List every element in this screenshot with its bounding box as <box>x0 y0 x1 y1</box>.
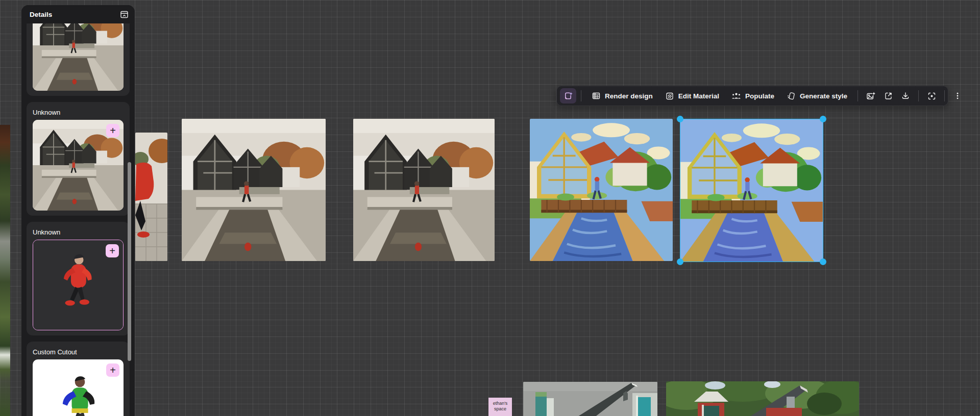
generate-style-button[interactable]: Generate style <box>781 88 853 103</box>
selection-handle-top-left[interactable] <box>677 116 683 122</box>
toolbar-divider <box>918 90 919 101</box>
generate-style-icon <box>787 91 796 100</box>
generate-style-label: Generate style <box>800 92 847 100</box>
populate-button[interactable]: Populate <box>726 88 780 103</box>
more-button[interactable] <box>949 88 966 103</box>
asset-card-label: Custom Cutout <box>33 348 124 356</box>
panel-scrollbar[interactable] <box>128 162 131 361</box>
asset-card[interactable]: Unknown + <box>27 102 130 216</box>
toolbar-divider <box>857 90 858 101</box>
edit-material-label: Edit Material <box>678 92 719 100</box>
populate-people-icon <box>731 91 741 100</box>
add-to-canvas-button[interactable]: + <box>106 124 119 137</box>
sticky-note[interactable]: ethan's space <box>488 398 512 416</box>
more-icon <box>953 91 962 100</box>
runner-cutout-thumbnail[interactable]: + <box>33 240 124 330</box>
red-house-photo-partial[interactable] <box>666 381 859 416</box>
render-design-label: Render design <box>605 92 653 100</box>
custom-runner-cutout-thumbnail[interactable]: + <box>33 359 124 416</box>
house-canal-photo[interactable] <box>182 119 326 261</box>
download-button[interactable] <box>897 88 914 103</box>
populate-label: Populate <box>745 92 774 100</box>
image-enhance-icon <box>866 91 876 101</box>
house-canal-painting-selected[interactable] <box>680 119 823 262</box>
frame-sparkle-icon <box>563 91 573 101</box>
image-expand-icon <box>884 91 893 101</box>
image-enhance-button[interactable] <box>863 88 879 103</box>
details-panel-scroll-area[interactable]: + Unknown + Unknown + <box>21 23 135 416</box>
asset-card[interactable]: Custom Cutout + <box>27 342 130 416</box>
add-to-canvas-button[interactable]: + <box>106 363 119 377</box>
asset-card-label: Unknown <box>33 108 124 117</box>
house-canal-photo-variant[interactable] <box>353 119 495 261</box>
asset-card-label: Unknown <box>33 228 124 237</box>
frame-style-tool-button[interactable] <box>560 88 576 103</box>
selection-handle-bottom-right[interactable] <box>820 258 826 265</box>
gray-house-render-partial[interactable] <box>523 382 657 416</box>
canvas-toolbar: Render design Edit Material <box>556 86 948 106</box>
cropped-canvas-photo-left[interactable] <box>0 125 10 416</box>
focus-button[interactable] <box>923 88 940 103</box>
collapse-panel-button[interactable] <box>118 9 130 20</box>
cropped-runner-photo[interactable] <box>135 133 167 261</box>
render-design-button[interactable]: Render design <box>586 88 658 103</box>
toolbar-divider <box>944 90 945 101</box>
edit-material-button[interactable]: Edit Material <box>659 88 725 103</box>
details-panel: Details + Unknown <box>21 5 135 416</box>
image-expand-button[interactable] <box>880 88 896 103</box>
canvas[interactable]: ethan's space <box>0 0 980 416</box>
asset-card[interactable]: Unknown + <box>27 222 130 335</box>
selection-handle-top-right[interactable] <box>820 116 826 122</box>
add-to-canvas-button[interactable]: + <box>106 244 119 257</box>
house-photo-thumbnail[interactable]: + <box>33 23 124 91</box>
render-grid-icon <box>592 91 601 100</box>
house-canal-painting[interactable] <box>530 119 673 261</box>
collapse-panel-icon <box>119 10 129 19</box>
edit-material-icon <box>665 91 674 100</box>
details-panel-header: Details <box>21 5 135 23</box>
asset-card[interactable]: + <box>27 23 130 96</box>
toolbar-divider <box>581 90 581 101</box>
selection-handle-bottom-left[interactable] <box>677 258 683 265</box>
focus-icon <box>927 91 937 101</box>
house-photo-thumbnail[interactable]: + <box>33 120 124 211</box>
download-icon <box>901 91 910 100</box>
panel-title: Details <box>30 11 52 18</box>
